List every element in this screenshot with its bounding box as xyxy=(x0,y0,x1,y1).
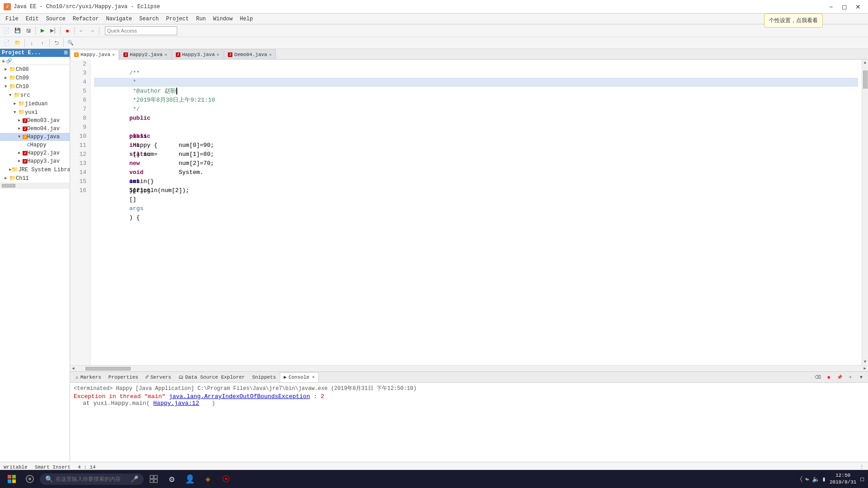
run-button[interactable]: ▶ xyxy=(38,26,47,36)
console-tab-properties[interactable]: Properties xyxy=(105,372,142,382)
prev-annotation-button[interactable]: ↑ xyxy=(38,38,47,48)
tab-happy3-close[interactable]: ✕ xyxy=(217,52,219,57)
tree-demo04[interactable]: ► J Demo04.jav xyxy=(0,125,70,133)
console-tab-snippets[interactable]: Snippets xyxy=(249,372,280,382)
back-button[interactable]: ← xyxy=(76,26,86,36)
menu-search[interactable]: Search xyxy=(136,15,162,23)
tree-ch10[interactable]: ▼ 📁 Ch10 xyxy=(0,82,70,91)
tree-happy-class[interactable]: C Happy xyxy=(0,141,70,149)
console-tab-datasource[interactable]: 🗂 Data Source Explorer xyxy=(175,372,249,382)
battery-icon[interactable]: ▮ xyxy=(822,475,826,483)
taskbar-task-view[interactable] xyxy=(146,471,162,487)
wifi-icon[interactable]: ↬ xyxy=(805,475,809,483)
tree-happy2[interactable]: ► J Happy2.jav xyxy=(0,149,70,157)
tree-ch08[interactable]: ► 📁 Ch08 xyxy=(0,65,70,74)
mic-icon[interactable]: 🎤 xyxy=(131,475,138,483)
tree-happy3[interactable]: ► J Happy3.jav xyxy=(0,157,70,165)
collapse-all-icon[interactable]: ⇊ xyxy=(2,58,5,64)
code-line-14[interactable]: } xyxy=(94,168,858,177)
menu-edit[interactable]: Edit xyxy=(22,15,42,23)
tab-happy2-java[interactable]: J Happy2.java ✕ xyxy=(119,49,171,59)
code-line-9[interactable]: int [] num= new int [2]; xyxy=(94,123,858,132)
menu-source[interactable]: Source xyxy=(42,15,69,23)
tab-happy-java[interactable]: J Happy.java ✕ xyxy=(70,50,119,60)
taskbar-search[interactable]: 🔍 🎤 xyxy=(40,474,144,485)
menu-navigate[interactable]: Navigate xyxy=(102,15,136,23)
network-icon[interactable]: 〈 xyxy=(800,475,802,483)
next-annotation-button[interactable]: ↓ xyxy=(27,38,37,48)
code-line-15[interactable]: } xyxy=(94,177,858,186)
close-button[interactable]: ✕ xyxy=(852,2,864,11)
stop-button[interactable]: ■ xyxy=(62,26,72,36)
console-terminate-button[interactable]: ■ xyxy=(824,372,834,382)
tree-ch11[interactable]: ► 📁 Ch11 xyxy=(0,174,70,183)
save-all-button[interactable]: 🖫 xyxy=(24,26,33,36)
scroll-up-arrow[interactable]: ▲ xyxy=(862,60,868,66)
code-line-7[interactable]: public class Happy { xyxy=(94,105,858,114)
hscroll-track[interactable] xyxy=(76,366,862,371)
console-tab-markers[interactable]: ⚠ Markers xyxy=(72,372,105,382)
debug-button[interactable]: ▶│ xyxy=(48,26,58,36)
menu-run[interactable]: Run xyxy=(193,15,210,23)
open-resource-button[interactable]: 📁 xyxy=(13,38,23,48)
tab-demo04-java[interactable]: J Demo04.java ✕ xyxy=(224,49,276,59)
start-button[interactable] xyxy=(4,471,20,487)
console-new-button[interactable]: + xyxy=(845,372,855,382)
scroll-thumb[interactable] xyxy=(863,70,868,89)
code-content[interactable]: /** * *@author 赵盼 *2019年8月30日上午9:21:10 *… xyxy=(90,60,862,365)
console-tab-servers[interactable]: ☍ Servers xyxy=(142,372,175,382)
hscroll-right[interactable]: ► xyxy=(862,366,868,371)
last-edit-button[interactable]: ⮌ xyxy=(52,38,61,48)
tree-jre[interactable]: ► 📁 JRE System Librar xyxy=(0,165,70,174)
hscroll-thumb[interactable] xyxy=(85,367,131,371)
tab-happy2-close[interactable]: ✕ xyxy=(165,52,167,57)
sidebar-hscroll[interactable] xyxy=(0,183,70,189)
search-button[interactable]: 🔍 xyxy=(66,38,75,48)
tab-happy3-java[interactable]: J Happy3.java ✕ xyxy=(172,49,224,59)
console-tab-console[interactable]: ▶ Console ✕ xyxy=(280,372,319,382)
console-clear-button[interactable]: ⌫ xyxy=(813,372,823,382)
tab-happy-close[interactable]: ✕ xyxy=(112,52,115,57)
menu-window[interactable]: Window xyxy=(209,15,236,23)
tree-ch09[interactable]: ► 📁 Ch09 xyxy=(0,74,70,82)
code-line-10[interactable]: num[0]=90; xyxy=(94,132,858,141)
tree-yuxi[interactable]: ▼ 📁 yuxi xyxy=(0,108,70,117)
code-line-16[interactable] xyxy=(94,186,858,195)
quick-access[interactable] xyxy=(105,26,866,35)
open-type-button[interactable]: 📄 xyxy=(2,38,12,48)
link-with-editor-icon[interactable]: 🔗 xyxy=(6,58,12,64)
search-start-button[interactable] xyxy=(22,471,38,487)
taskbar-search-input[interactable] xyxy=(56,476,128,482)
code-line-8[interactable]: public static void main( String [] args … xyxy=(94,114,858,123)
code-line-4[interactable]: *@author 赵盼 xyxy=(94,78,858,87)
menu-refactor[interactable]: Refactor xyxy=(69,15,103,23)
tree-demo03[interactable]: ► J Demo03.jav xyxy=(0,117,70,125)
menu-project[interactable]: Project xyxy=(162,15,192,23)
notification-icon[interactable]: ☐ xyxy=(860,474,864,483)
taskbar-app3-icon[interactable]: ⦿ xyxy=(218,471,234,487)
menu-help[interactable]: Help xyxy=(236,15,257,23)
tree-happy[interactable]: ▼ J Happy.java xyxy=(0,133,70,141)
console-dropdown-button[interactable]: ▼ xyxy=(856,372,866,382)
code-line-2[interactable]: /** xyxy=(94,60,858,69)
console-stack-link[interactable]: Happy.java:12 xyxy=(153,400,199,407)
quick-access-input[interactable] xyxy=(105,26,177,35)
scroll-down-arrow[interactable]: ▼ xyxy=(862,359,868,365)
restore-button[interactable]: ◻ xyxy=(838,2,851,11)
tree-jieduan[interactable]: ► 📁 jieduan xyxy=(0,99,70,108)
minimize-button[interactable]: − xyxy=(825,2,837,11)
menu-file[interactable]: File xyxy=(2,15,22,23)
console-pin-button[interactable]: 📌 xyxy=(835,372,844,382)
tab-demo04-close[interactable]: ✕ xyxy=(269,52,272,57)
taskbar-app1-icon[interactable]: 👤 xyxy=(182,471,198,487)
sidebar-toolbar[interactable]: ⇊ 🔗 xyxy=(0,57,70,65)
volume-icon[interactable]: 🔈 xyxy=(812,475,820,483)
taskbar-eclipse-icon[interactable]: ◈ xyxy=(200,471,216,487)
editor-hscroll[interactable]: ◄ ► xyxy=(70,365,868,371)
tree-src[interactable]: ▼ 📁 src xyxy=(0,91,70,99)
editor-right-scrollbar[interactable]: ▲ ▼ xyxy=(862,60,868,365)
new-button[interactable]: 📄 xyxy=(2,26,12,36)
forward-button[interactable]: → xyxy=(87,26,97,36)
code-line-5[interactable]: *2019年8月30日上午9:21:10 xyxy=(94,87,858,96)
scroll-track[interactable] xyxy=(862,66,868,359)
